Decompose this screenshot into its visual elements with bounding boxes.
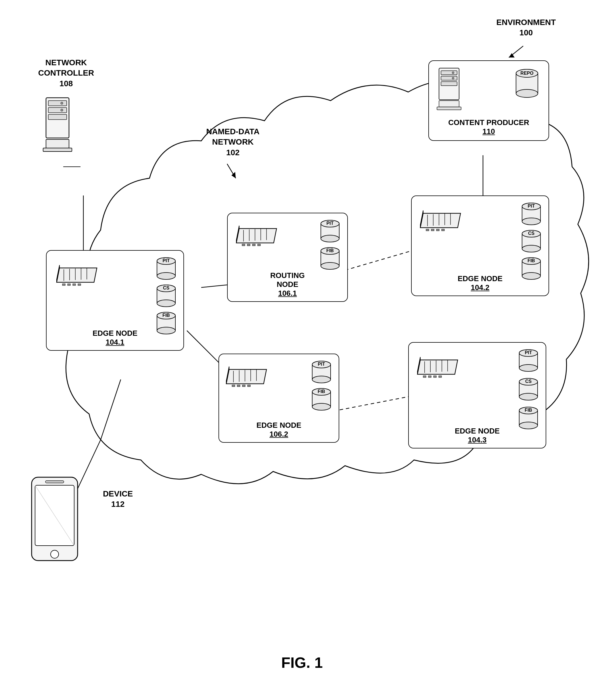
routing-106-1-number: 106.1 bbox=[278, 289, 297, 298]
device-icon bbox=[23, 474, 86, 569]
edge-node-104-1-box: PIT CS FIB EDGE NODE 104. bbox=[46, 250, 184, 351]
svg-rect-29 bbox=[437, 107, 461, 110]
svg-point-26 bbox=[452, 72, 454, 74]
edge-104-2-number: 104.2 bbox=[471, 283, 489, 292]
edge-104-2-label: EDGE NODE bbox=[458, 274, 503, 283]
environment-label: ENVIRONMENT 100 bbox=[483, 17, 569, 38]
svg-text:FIB: FIB bbox=[326, 248, 334, 253]
router-icon-106-2 bbox=[222, 361, 268, 397]
edge-104-3-label: EDGE NODE bbox=[455, 427, 500, 435]
svg-rect-23 bbox=[441, 71, 457, 75]
svg-rect-89 bbox=[426, 229, 429, 231]
routing-node-106-1-box: PIT FIB ROUTINGNODE 106.1 bbox=[227, 213, 348, 302]
svg-line-9 bbox=[509, 46, 523, 57]
svg-rect-138 bbox=[433, 376, 436, 377]
svg-rect-71 bbox=[258, 244, 260, 246]
svg-marker-12 bbox=[231, 172, 236, 178]
svg-point-142 bbox=[519, 365, 537, 371]
device-label: DEVICE 112 bbox=[89, 489, 147, 510]
svg-text:FIB: FIB bbox=[528, 258, 535, 263]
svg-rect-15 bbox=[48, 101, 67, 106]
svg-rect-43 bbox=[68, 284, 71, 285]
svg-rect-115 bbox=[232, 385, 235, 386]
edge-node-104-3-box: PIT CS FIB EDGE NODE 104. bbox=[408, 342, 546, 448]
content-producer-number: 110 bbox=[482, 127, 495, 136]
fib-106-1: FIB bbox=[319, 246, 342, 273]
svg-rect-139 bbox=[439, 376, 442, 377]
figure-label: FIG. 1 bbox=[0, 654, 604, 671]
network-label: NAMED-DATANETWORK 102 bbox=[184, 126, 282, 158]
svg-rect-28 bbox=[439, 101, 459, 107]
svg-text:CS: CS bbox=[163, 285, 170, 290]
svg-line-11 bbox=[227, 164, 236, 178]
svg-rect-44 bbox=[73, 284, 76, 285]
edge-106-2-label: EDGE NODE bbox=[256, 421, 301, 429]
svg-rect-69 bbox=[247, 244, 250, 246]
svg-marker-129 bbox=[418, 360, 458, 374]
svg-line-5 bbox=[345, 250, 414, 270]
svg-point-32 bbox=[516, 90, 538, 97]
svg-text:PIT: PIT bbox=[327, 221, 334, 226]
svg-text:REPO: REPO bbox=[520, 71, 533, 76]
edge-104-1-number: 104.1 bbox=[105, 338, 124, 346]
router-icon-104-2 bbox=[414, 205, 463, 240]
repo-cylinder: REPO bbox=[514, 68, 540, 101]
svg-rect-45 bbox=[78, 284, 81, 285]
svg-marker-35 bbox=[57, 268, 97, 282]
svg-rect-91 bbox=[436, 229, 439, 231]
svg-point-18 bbox=[61, 102, 63, 104]
svg-rect-70 bbox=[252, 244, 255, 246]
svg-rect-137 bbox=[428, 376, 431, 377]
svg-point-53 bbox=[157, 300, 175, 307]
pit-104-2: PIT bbox=[520, 202, 543, 229]
svg-text:PIT: PIT bbox=[163, 258, 170, 263]
router-icon-104-1 bbox=[51, 259, 100, 295]
diagram: ENVIRONMENT 100 NAMED-DATANETWORK 102 NE… bbox=[0, 0, 604, 700]
content-producer-box: REPO CONTENT PRODUCER 110 bbox=[428, 60, 549, 141]
svg-rect-90 bbox=[431, 229, 434, 231]
svg-text:PIT: PIT bbox=[528, 203, 535, 208]
svg-text:FIB: FIB bbox=[162, 313, 170, 318]
svg-point-147 bbox=[519, 393, 537, 400]
svg-point-19 bbox=[61, 109, 63, 111]
svg-rect-21 bbox=[43, 148, 72, 151]
edge-node-106-2-box: PIT FIB EDGE NODE 106.2 bbox=[219, 354, 339, 443]
svg-point-27 bbox=[452, 77, 454, 79]
router-icon-106-1 bbox=[232, 221, 278, 256]
content-producer-label: CONTENT PRODUCER bbox=[448, 118, 529, 127]
svg-text:PIT: PIT bbox=[525, 350, 532, 355]
svg-point-100 bbox=[522, 245, 540, 252]
svg-rect-16 bbox=[48, 107, 67, 113]
svg-rect-20 bbox=[46, 140, 69, 148]
network-controller-label: NETWORKCONTROLLER 108 bbox=[23, 57, 109, 89]
router-icon-104-3 bbox=[412, 351, 460, 387]
svg-text:CS: CS bbox=[525, 379, 532, 384]
svg-rect-68 bbox=[242, 244, 245, 246]
svg-point-95 bbox=[522, 218, 540, 225]
svg-point-79 bbox=[321, 262, 339, 269]
svg-rect-24 bbox=[441, 76, 457, 80]
svg-rect-17 bbox=[48, 115, 67, 120]
routing-106-1-label: ROUTINGNODE bbox=[270, 271, 305, 289]
svg-point-158 bbox=[51, 550, 59, 558]
svg-point-121 bbox=[312, 376, 331, 383]
svg-rect-42 bbox=[62, 284, 65, 285]
svg-text:PIT: PIT bbox=[318, 361, 325, 367]
cs-104-2: CS bbox=[520, 229, 543, 256]
svg-rect-118 bbox=[248, 385, 250, 386]
svg-text:CS: CS bbox=[528, 231, 535, 236]
svg-rect-25 bbox=[441, 82, 457, 86]
svg-rect-159 bbox=[45, 481, 64, 483]
pit-104-1: PIT bbox=[155, 256, 178, 283]
svg-text:FIB: FIB bbox=[318, 389, 325, 394]
edge-104-3-number: 104.3 bbox=[468, 435, 486, 444]
svg-line-6 bbox=[333, 397, 408, 411]
svg-rect-117 bbox=[242, 385, 245, 386]
edge-104-1-label: EDGE NODE bbox=[93, 329, 137, 338]
cs-104-1: CS bbox=[155, 284, 178, 311]
svg-rect-136 bbox=[423, 376, 426, 377]
pit-106-1: PIT bbox=[319, 219, 342, 246]
svg-point-74 bbox=[321, 235, 339, 242]
svg-line-8 bbox=[101, 379, 121, 440]
svg-point-126 bbox=[312, 403, 331, 410]
